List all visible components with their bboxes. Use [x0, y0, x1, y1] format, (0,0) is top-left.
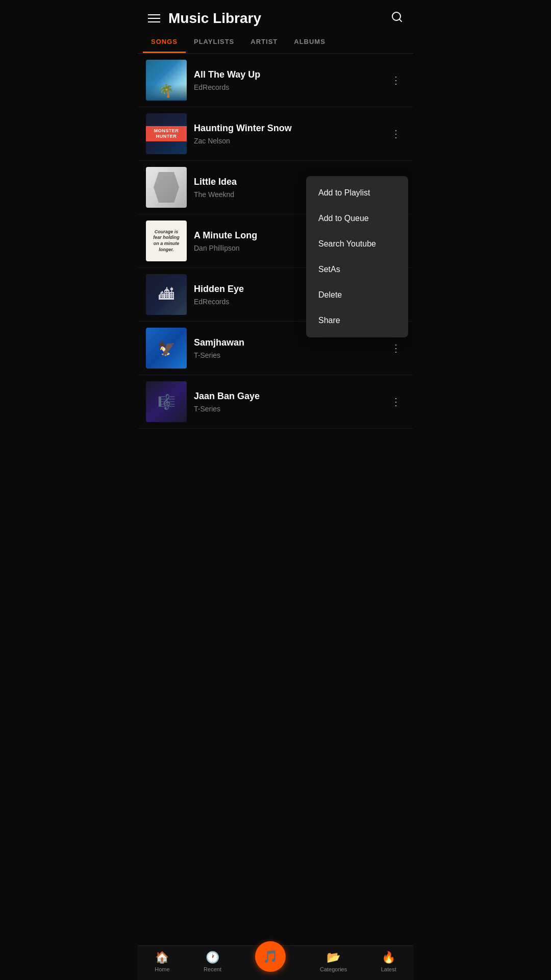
context-menu-delete[interactable]: Delete — [306, 282, 408, 308]
more-options-button[interactable]: ⋮ — [387, 71, 405, 89]
song-title: Haunting Winter Snow — [194, 123, 380, 134]
more-options-button[interactable]: ⋮ — [387, 339, 405, 357]
quote-text: Courage is fear holding on a minute long… — [150, 229, 183, 253]
menu-icon[interactable] — [148, 14, 160, 22]
song-info: Jaan Ban Gaye T-Series — [187, 391, 387, 413]
song-info: Samjhawan T-Series — [187, 337, 387, 359]
tab-artist[interactable]: ARTIST — [242, 32, 286, 53]
song-thumbnail — [146, 167, 187, 208]
tab-playlists[interactable]: PLAYLISTS — [186, 32, 242, 53]
list-item: All The Way Up EdRecords ⋮ — [138, 54, 413, 107]
context-menu-add-playlist[interactable]: Add to Playlist — [306, 180, 408, 206]
svg-line-1 — [399, 19, 402, 21]
context-menu: Add to Playlist Add to Queue Search Yout… — [306, 176, 408, 337]
song-list: All The Way Up EdRecords ⋮ MONSTER HUNTE… — [138, 54, 413, 429]
context-menu-set-as[interactable]: SetAs — [306, 257, 408, 282]
list-item: Jaan Ban Gaye T-Series ⋮ — [138, 375, 413, 429]
song-title: All The Way Up — [194, 69, 380, 80]
song-info: Haunting Winter Snow Zac Nelson — [187, 123, 387, 145]
header-left: Music Library — [148, 10, 261, 27]
header: Music Library — [138, 0, 413, 32]
song-thumbnail — [146, 274, 187, 315]
tab-albums[interactable]: ALBUMS — [286, 32, 334, 53]
list-item: MONSTER HUNTER Haunting Winter Snow Zac … — [138, 107, 413, 161]
song-thumbnail — [146, 381, 187, 422]
context-menu-search-youtube[interactable]: Search Youtube — [306, 231, 408, 257]
context-menu-add-queue[interactable]: Add to Queue — [306, 206, 408, 231]
search-button[interactable] — [391, 11, 403, 26]
song-artist: T-Series — [194, 351, 380, 359]
song-thumbnail — [146, 60, 187, 101]
page-title: Music Library — [168, 10, 261, 27]
context-menu-share[interactable]: Share — [306, 308, 408, 333]
song-thumbnail: MONSTER HUNTER — [146, 113, 187, 154]
song-info: All The Way Up EdRecords — [187, 69, 387, 91]
album-badge: MONSTER HUNTER — [146, 126, 187, 141]
song-thumbnail: Courage is fear holding on a minute long… — [146, 220, 187, 261]
more-options-button[interactable]: ⋮ — [387, 125, 405, 143]
song-artist: T-Series — [194, 405, 380, 413]
tab-songs[interactable]: SONGS — [143, 32, 186, 53]
song-thumbnail — [146, 328, 187, 369]
song-title: Jaan Ban Gaye — [194, 391, 380, 402]
more-options-button[interactable]: ⋮ — [387, 393, 405, 411]
song-artist: EdRecords — [194, 83, 380, 91]
song-artist: Zac Nelson — [194, 137, 380, 145]
list-item: Little Idea The Weeknd ⋮ Add to Playlist… — [138, 161, 413, 214]
tabs-bar: SONGS PLAYLISTS ARTIST ALBUMS — [138, 32, 413, 54]
song-title: Samjhawan — [194, 337, 380, 348]
